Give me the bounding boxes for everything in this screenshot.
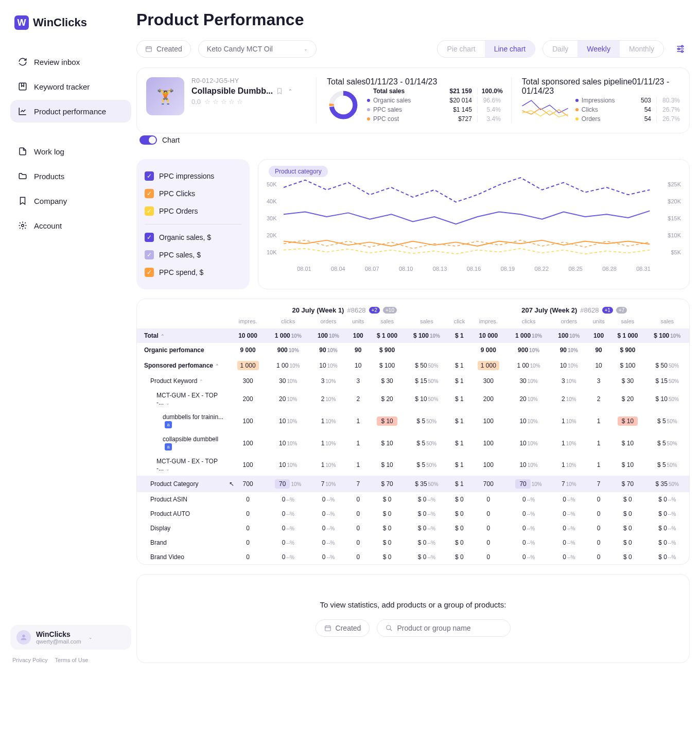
stat-row: PPC cost$7273.4% [367,114,501,124]
sparkline-chart [522,97,568,123]
weekly-option[interactable]: Weekly [577,41,620,57]
chart-badge: Product category [269,166,328,177]
settings-sliders-icon[interactable] [671,40,690,58]
nav-review-inbox[interactable]: Review inbox [10,50,131,73]
logo-badge: W [14,15,29,30]
empty-created-filter[interactable]: Created [316,619,370,637]
product-sku: R0-012-JG5-HY [191,77,292,84]
series-toggle[interactable]: ✓ PPC Orders [145,202,241,220]
svg-point-4 [681,45,683,47]
svg-point-1 [22,224,24,227]
privacy-link[interactable]: Privacy Policy [12,657,47,663]
user-card[interactable]: WinClicks qwerty@mail.com ⌄ [10,625,131,650]
table-row[interactable]: collapsible dumbbella1001010%110%1$ 10$ … [137,432,689,454]
period-segment: Daily Weekly Monthly [542,40,664,58]
chevron-down-icon: ⌄ [89,635,93,640]
brand-name: WinClicks [33,16,87,29]
rating-value: 0,0 [191,98,201,106]
series-toggle[interactable]: ✓ PPC impressions [145,167,241,185]
chart-icon [18,106,28,116]
series-toggle[interactable]: ✓ PPC sales, $ [145,246,241,264]
created-filter[interactable]: Created [136,40,191,58]
series-panel: ✓ PPC impressions ✓ PPC Clicks ✓ PPC Ord… [136,159,250,289]
nav-products[interactable]: Products [10,165,131,187]
file-icon [18,146,28,157]
nav-keyword-tracker[interactable]: Keyword tracker [10,75,131,98]
performance-table: impres.clicksordersunitssalessalesclicki… [137,314,689,564]
calendar-icon [324,624,331,632]
donut-chart [327,89,360,121]
table-row[interactable]: Product AUTO00--%0--%0$ 0$ 0--%$ 000--%0… [137,507,689,521]
nav-product-performance[interactable]: Product performance [10,100,131,123]
avatar [16,630,31,645]
table-row[interactable]: Product ASIN00--%0--%0$ 0$ 0--%$ 000--%0… [137,492,689,507]
refresh-icon [18,57,28,67]
svg-rect-0 [19,83,26,90]
user-email: qwerty@mail.com [36,638,81,645]
stat-row: Impressions50380.3% [575,96,680,105]
stat-row: Total sales$21 159100.0% [367,86,501,96]
table-row[interactable]: dumbbells for trainin...a1001010%110%1$ … [137,410,689,432]
bookmark-icon[interactable] [276,88,283,95]
stat-row: Organic sales$20 01496.6% [367,96,501,105]
product-thumbnail: 🏋️ [146,77,184,115]
gear-icon [18,220,28,231]
bookmark-box-icon [18,81,28,92]
table-row[interactable]: MCT-GUM - EX - TOP -...⌄2002010%210%2$ 2… [137,388,689,410]
pipeline-title: Total sponsored sales pipeline [522,77,632,86]
table-row[interactable]: Total⌃10 0001 00010%10010%100$ 1 000$ 10… [137,328,689,343]
table-row[interactable]: Organic perfomance9 00090010%9010%90$ 90… [137,343,689,357]
stat-row: Clicks5426.7% [575,105,680,114]
chevron-up-icon[interactable]: ⌃ [288,89,292,94]
empty-message: To view statistics, add products or a gr… [147,600,679,609]
chart-toggle[interactable] [139,135,157,145]
user-name: WinClicks [36,630,81,638]
table-row[interactable]: Product Keyword⌃3003010%310%3$ 30$ 1550%… [137,374,689,388]
chevron-down-icon: ⌄ [304,46,308,51]
main-chart: Product category 50K40K30K20K10K $25K$20… [258,159,690,289]
empty-product-input[interactable]: Product or group name [377,619,511,637]
table-row[interactable]: Brand00--%0--%0$ 0$ 0--%$ 000--%0--%0$ 0… [137,535,689,550]
stat-row: Orders5426.7% [575,114,680,124]
folder-icon [18,171,28,181]
product-name: Collapsible Dumbb... [191,86,273,96]
line-chart-option[interactable]: Line chart [485,41,535,57]
bookmark-icon [18,196,28,206]
product-select[interactable]: Keto Candy MCT Oil ⌄ [198,40,317,58]
table-row[interactable]: Sponsored perfomance⌃1 0001 0010%1010%10… [137,357,689,374]
total-sales-date: 01/11/23 - 01/14/23 [366,77,437,86]
svg-point-2 [22,635,25,637]
table-row[interactable]: Display00--%0--%0$ 0$ 0--%$ 000--%0--%0$… [137,521,689,535]
total-sales-title: Total sales [327,77,366,86]
table-row[interactable]: Brand Video00--%0--%0$ 0$ 0--%$ 000--%0-… [137,550,689,564]
empty-state: To view statistics, add products or a gr… [136,574,690,663]
svg-point-11 [387,626,391,630]
stat-row: PPC sales$1 1455.4% [367,105,501,114]
terms-link[interactable]: Terms of Use [55,657,88,663]
svg-rect-10 [325,626,330,631]
svg-rect-3 [146,47,152,51]
chart-type-segment: Pie chart Line chart [437,40,535,58]
chart-toggle-label: Chart [162,136,180,144]
nav-work-log[interactable]: Work log [10,140,131,163]
pie-chart-option[interactable]: Pie chart [437,41,484,57]
series-toggle[interactable]: ✓ PPC spend, $ [145,264,241,281]
search-icon [386,624,393,632]
brand-logo[interactable]: W WinClicks [10,10,131,35]
rating-stars: ☆ ☆ ☆ ☆ ☆ [204,98,242,106]
table-row[interactable]: Product Category↖7007010%710%7$ 70$ 3550… [137,476,689,492]
page-title: Product Performance [136,10,690,29]
series-toggle[interactable]: ✓ Organic sales, $ [145,229,241,246]
calendar-icon [145,45,152,53]
product-summary: 🏋️ R0-012-JG5-HY Collapsible Dumbb... ⌃ … [146,77,306,124]
nav-company[interactable]: Company [10,189,131,212]
series-toggle[interactable]: ✓ PPC Clicks [145,185,241,202]
table-row[interactable]: MCT-GUM - EX - TOP -...⌄1001010%110%1$ 1… [137,454,689,476]
nav-account[interactable]: Account [10,214,131,237]
daily-option[interactable]: Daily [543,41,577,57]
svg-point-6 [681,50,683,52]
monthly-option[interactable]: Monthly [620,41,663,57]
svg-point-5 [678,48,679,49]
